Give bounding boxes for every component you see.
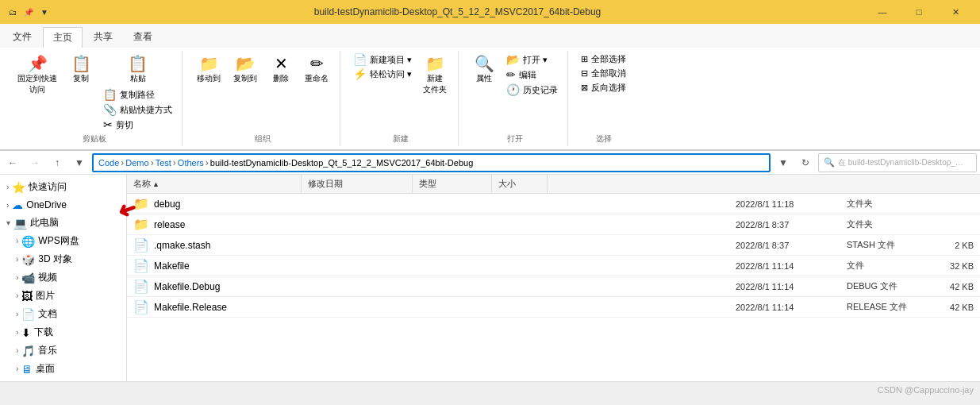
- table-row[interactable]: 📄 Makefile.Release 2022/8/1 11:14 RELEAS…: [127, 297, 980, 318]
- organize-items: 📁 移动到 📂 复制到 ✕ 删除 ✏ 重命名: [192, 52, 333, 132]
- organize-label: 组织: [255, 132, 271, 145]
- sidebar-item-3d-objects[interactable]: › 🎲 3D 对象: [0, 250, 126, 268]
- clipboard-label: 剪贴板: [83, 132, 106, 145]
- copy-path-button[interactable]: 📋 复制路径: [100, 87, 175, 102]
- recent-locations-button[interactable]: ▼: [70, 153, 89, 172]
- breadcrumb-current: build-testDynamiclib-Desktop_Qt_5_12_2_M…: [210, 158, 473, 168]
- sidebar-item-music[interactable]: › 🎵 音乐: [0, 341, 126, 360]
- sidebar-item-pictures[interactable]: › 🖼 图片: [0, 287, 126, 305]
- edit-icon: ✏: [506, 68, 516, 81]
- onedrive-icon: ☁: [12, 199, 23, 211]
- search-box[interactable]: 🔍 在 build-testDynamiclib-Desktop_Qt_5_12…: [818, 153, 977, 172]
- forward-button[interactable]: →: [25, 153, 44, 172]
- easy-access-button[interactable]: ⚡ 轻松访问 ▾: [350, 67, 415, 81]
- new-item-button[interactable]: 📄 新建项目 ▾: [350, 52, 415, 67]
- open-button[interactable]: 📂 打开 ▾: [503, 52, 561, 67]
- tab-file[interactable]: 文件: [3, 27, 41, 48]
- open-icon: 📂: [506, 53, 520, 66]
- sidebar-label-this-pc: 此电脑: [30, 216, 59, 230]
- table-row[interactable]: 📄 Makefile 2022/8/1 11:14 文件 32 KB: [127, 256, 980, 276]
- minimize-button[interactable]: —: [864, 0, 901, 24]
- edit-button[interactable]: ✏ 编辑: [503, 68, 561, 82]
- breadcrumb-segment-code[interactable]: Code: [98, 158, 119, 168]
- rename-button[interactable]: ✏ 重命名: [300, 52, 333, 87]
- sidebar-item-this-pc[interactable]: ▾ 💻 此电脑: [0, 214, 126, 232]
- pin-icon: 📌: [28, 56, 48, 71]
- table-row[interactable]: 📁 debug 2022/8/1 11:18 文件夹: [127, 194, 980, 214]
- copy-button[interactable]: 📋 复制: [65, 52, 97, 87]
- breadcrumb-segment-test[interactable]: Test: [156, 158, 171, 168]
- paste-button[interactable]: 📋 粘贴: [100, 52, 175, 87]
- table-row[interactable]: 📁 release 2022/8/1 8:37 文件夹: [127, 214, 980, 235]
- paste-shortcut-button[interactable]: 📎 粘贴快捷方式: [100, 102, 175, 117]
- up-button[interactable]: ↑: [48, 153, 67, 172]
- copy-to-icon: 📂: [236, 56, 256, 71]
- breadcrumb-segment-others[interactable]: Others: [178, 158, 204, 168]
- music-icon: 🎵: [21, 345, 35, 357]
- file-date: 2022/8/1 11:14: [736, 261, 847, 271]
- move-icon: 📁: [199, 56, 219, 71]
- sidebar-item-onedrive[interactable]: › ☁ OneDrive: [0, 196, 126, 214]
- ribbon-tabs: 文件 主页 共享 查看: [0, 27, 980, 48]
- copy-icon: 📋: [71, 56, 91, 71]
- invert-select-button[interactable]: ⊠ 反向选择: [578, 81, 629, 94]
- table-row[interactable]: 📄 .qmake.stash 2022/8/1 8:37 STASH 文件 2 …: [127, 235, 980, 256]
- table-row[interactable]: 📄 Makefile.Debug 2022/8/1 11:14 DEBUG 文件…: [127, 276, 980, 297]
- new-folder-button[interactable]: 📁 新建文件夹: [418, 52, 452, 98]
- file-type: STASH 文件: [847, 239, 926, 251]
- file-type: DEBUG 文件: [847, 280, 926, 292]
- pin-to-quick-button[interactable]: 📌 固定到快速访问: [13, 52, 62, 98]
- downloads-icon: ⬇: [21, 326, 31, 339]
- tab-home[interactable]: 主页: [43, 27, 83, 48]
- watermark: CSDN @Cappuccino-jay: [878, 385, 974, 395]
- copy-to-button[interactable]: 📂 复制到: [229, 52, 262, 87]
- dropdown-button[interactable]: ▼: [774, 153, 793, 172]
- back-button[interactable]: ←: [3, 153, 22, 172]
- search-icon: 🔍: [824, 157, 835, 168]
- file-type: 文件: [847, 260, 926, 272]
- arrow-icon: ›: [16, 291, 18, 300]
- maximize-button[interactable]: □: [901, 0, 937, 24]
- cut-button[interactable]: ✂ 剪切: [100, 118, 175, 132]
- sidebar-item-quick-access[interactable]: › ⭐ 快速访问: [0, 178, 126, 196]
- paste-shortcut-icon: 📎: [103, 103, 117, 116]
- select-all-button[interactable]: ⊞ 全部选择: [578, 52, 629, 66]
- delete-button[interactable]: ✕ 删除: [265, 52, 297, 87]
- open-label: 打开: [507, 132, 523, 145]
- file-size: 42 KB: [926, 282, 974, 291]
- clipboard-items: 📌 固定到快速访问 📋 复制 📋 粘贴 📋 复制路径: [13, 52, 175, 132]
- breadcrumb-segment-demo[interactable]: Demo: [125, 158, 148, 168]
- breadcrumb[interactable]: Code › Demo › Test › Others › build-test…: [92, 153, 771, 172]
- this-pc-icon: 💻: [13, 217, 27, 230]
- sidebar-label-downloads: 下载: [34, 326, 53, 339]
- new-folder-icon: 📁: [425, 56, 445, 71]
- refresh-button[interactable]: ↻: [796, 153, 815, 172]
- tab-share[interactable]: 共享: [84, 27, 122, 48]
- file-list-header: 名称 ▲ 修改日期 类型 大小: [127, 175, 980, 194]
- history-button[interactable]: 🕐 历史记录: [503, 83, 561, 97]
- close-button[interactable]: ✕: [937, 0, 974, 24]
- file-icon: 📄: [133, 299, 149, 314]
- ribbon-group-organize: 📁 移动到 📂 复制到 ✕ 删除 ✏ 重命名 组织: [186, 51, 340, 146]
- move-to-button[interactable]: 📁 移动到: [192, 52, 225, 87]
- file-type: RELEASE 文件: [847, 301, 926, 313]
- header-type[interactable]: 类型: [413, 175, 492, 193]
- header-date[interactable]: 修改日期: [302, 175, 413, 193]
- sidebar-item-video[interactable]: › 📹 视频: [0, 268, 126, 287]
- wps-icon: 🌐: [21, 235, 35, 248]
- header-name[interactable]: 名称 ▲: [127, 175, 302, 193]
- sidebar-item-desktop[interactable]: › 🖥 桌面: [0, 360, 126, 378]
- pictures-icon: 🖼: [21, 290, 33, 303]
- header-size[interactable]: 大小: [492, 175, 548, 193]
- open-small-group: 📂 打开 ▾ ✏ 编辑 🕐 历史记录: [503, 52, 561, 97]
- sidebar: › ⭐ 快速访问 › ☁ OneDrive ▾ 💻 此电脑 › 🌐 WPS网盘 …: [0, 175, 127, 381]
- tab-view[interactable]: 查看: [124, 27, 162, 48]
- sidebar-label-video: 视频: [38, 271, 57, 284]
- deselect-all-button[interactable]: ⊟ 全部取消: [578, 67, 629, 80]
- properties-button[interactable]: 🔍 属性: [468, 52, 500, 87]
- sidebar-item-documents[interactable]: › 📄 文档: [0, 305, 126, 323]
- sidebar-label-documents: 文档: [38, 307, 57, 321]
- file-date: 2022/8/1 11:14: [736, 303, 847, 312]
- sidebar-item-downloads[interactable]: › ⬇ 下载: [0, 323, 126, 341]
- sidebar-item-wps[interactable]: › 🌐 WPS网盘: [0, 232, 126, 250]
